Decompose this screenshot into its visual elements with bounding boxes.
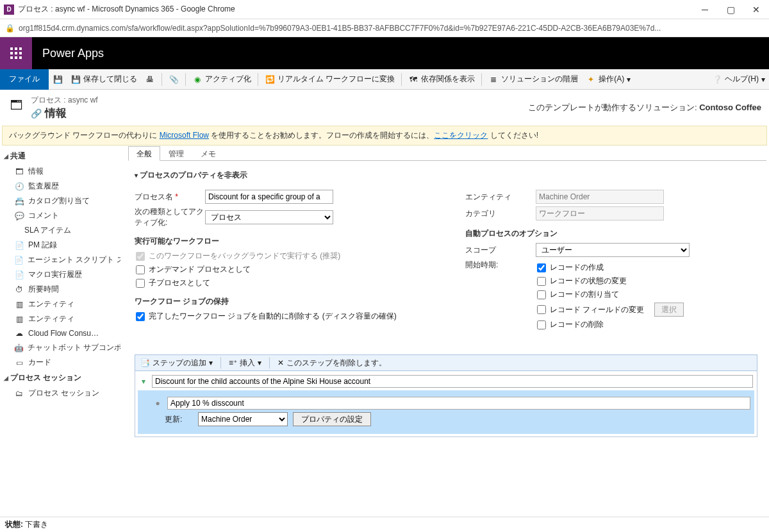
input-category xyxy=(536,206,664,220)
solution-layers-button[interactable]: ≣ソリューションの階層 xyxy=(484,70,582,89)
svg-rect-4 xyxy=(15,52,17,54)
delete-step-button[interactable]: ✕このステップを削除します。 xyxy=(275,358,389,369)
bot-icon: 🤖 xyxy=(14,343,24,353)
entity-icon: ▥ xyxy=(14,299,24,310)
nav-item-time[interactable]: ⏱所要時間 xyxy=(3,282,120,297)
nav-item-macro[interactable]: 📄マクロ実行履歴 xyxy=(3,267,120,282)
nav-item-chatbot[interactable]: 🤖チャットボット サブコンポ… xyxy=(3,340,120,355)
tab-general[interactable]: 全般 xyxy=(128,146,160,161)
nav-section-common[interactable]: 共通 xyxy=(3,148,120,164)
nav-item-card[interactable]: ▭カード xyxy=(3,355,120,370)
info-icon: 🗔 xyxy=(14,167,24,177)
add-step-button[interactable]: 📑ステップの追加 ▾ xyxy=(138,358,215,369)
window-minimize[interactable]: ─ xyxy=(692,0,718,19)
chk-record-status[interactable] xyxy=(537,277,546,286)
svg-rect-5 xyxy=(19,52,22,54)
props-toggle[interactable]: プロセスのプロパティを非表示 xyxy=(135,167,757,183)
record-icon: 📄 xyxy=(14,240,24,251)
tab-notes[interactable]: メモ xyxy=(192,146,224,161)
select-scope[interactable]: ユーザー xyxy=(536,243,690,257)
catalog-icon: 📇 xyxy=(14,196,24,206)
nav-section-sessions[interactable]: プロセス セッション xyxy=(3,370,120,386)
solution-label: このテンプレートが動作するソリューション: Contoso Coffee xyxy=(528,102,761,113)
svg-rect-8 xyxy=(19,56,22,59)
nav-item-sla[interactable]: SLA アイテム xyxy=(3,223,120,238)
input-process-name[interactable] xyxy=(205,190,333,204)
svg-rect-6 xyxy=(10,56,13,59)
window-titlebar: D プロセス : async wf - Microsoft Dynamics 3… xyxy=(0,0,769,19)
save-close-button[interactable]: 💾保存して閉じる xyxy=(67,70,141,89)
ms-flow-link[interactable]: Microsoft Flow xyxy=(160,131,209,140)
nav-item-agent-script[interactable]: 📄エージェント スクリプト ス… xyxy=(3,253,120,267)
hdr-runnable: 実行可能なワークフロー xyxy=(135,236,427,247)
status-bar: 状態: 下書き xyxy=(0,517,769,532)
convert-realtime-button[interactable]: 🔁リアルタイム ワークフローに変換 xyxy=(261,70,399,89)
nav-item-entity1[interactable]: ▥エンティティ xyxy=(3,297,120,312)
chain-icon: 🔗 xyxy=(31,108,42,119)
separator xyxy=(161,73,162,86)
chk-record-delete[interactable] xyxy=(537,320,546,329)
app-launcher[interactable] xyxy=(0,37,32,69)
command-bar: ファイル 💾 💾保存して閉じる 🖶 📎 ◉アクティブ化 🔁リアルタイム ワークフ… xyxy=(0,69,769,90)
show-dependencies-button[interactable]: 🗺依存関係を表示 xyxy=(404,70,479,89)
label-chk-field: レコード フィールドの変更 xyxy=(550,304,644,315)
left-nav: 共通 🗔情報 🕘監査履歴 📇カタログ割り当て 💬コメント SLA アイテム 📄P… xyxy=(0,145,123,516)
stage-collapse-icon[interactable]: ▾ xyxy=(139,377,148,386)
browser-urlbar: 🔒 org1ff815d4.crm.dynamics.com/sfa/workf… xyxy=(0,19,769,37)
window-maximize[interactable]: ▢ xyxy=(718,0,743,19)
chk-record-create[interactable] xyxy=(537,263,546,272)
nav-item-cloudflow[interactable]: ☁Cloud Flow Consu… xyxy=(3,326,120,340)
activate-icon: ◉ xyxy=(192,74,203,85)
delete-icon: ✕ xyxy=(277,358,284,367)
label-chk-create: レコードの作成 xyxy=(550,262,604,273)
actions-menu[interactable]: ✦操作(A) ▾ xyxy=(582,70,634,89)
help-button[interactable]: ❔ヘルプ(H) ▾ xyxy=(708,70,769,89)
separator xyxy=(401,73,402,86)
svg-rect-0 xyxy=(10,47,13,50)
lock-icon: 🔒 xyxy=(5,24,15,33)
actions-icon: ✦ xyxy=(586,74,596,85)
attach-button[interactable]: 📎 xyxy=(165,70,183,89)
svg-rect-3 xyxy=(10,52,13,54)
nav-item-catalog[interactable]: 📇カタログ割り当て xyxy=(3,194,120,208)
stage-name-input[interactable] xyxy=(152,375,753,388)
app-name: Power Apps xyxy=(42,47,104,60)
nav-item-info[interactable]: 🗔情報 xyxy=(3,164,120,179)
card-icon: ▭ xyxy=(14,358,24,368)
step-bullet-icon: ● xyxy=(153,399,162,408)
window-close[interactable]: ✕ xyxy=(743,0,769,19)
chk-retain[interactable] xyxy=(136,312,145,321)
script-icon: 📄 xyxy=(14,255,24,265)
svg-rect-2 xyxy=(19,47,22,50)
chk-ondemand[interactable] xyxy=(136,265,145,274)
print-button[interactable]: 🖶 xyxy=(141,70,159,89)
set-properties-button[interactable]: プロパティの設定 xyxy=(293,412,371,426)
step-description-input[interactable] xyxy=(167,397,750,410)
dependencies-icon: 🗺 xyxy=(408,74,418,85)
chk-record-assign[interactable] xyxy=(537,290,546,299)
page-header: 🗔 プロセス : async wf 🔗 情報 このテンプレートが動作するソリュー… xyxy=(0,90,769,126)
comment-icon: 💬 xyxy=(14,211,24,221)
step-selected[interactable]: ● 更新: Machine Order プロパティの設定 xyxy=(138,390,754,434)
nav-item-entity2[interactable]: ▥エンティティ xyxy=(3,312,120,326)
update-entity-select[interactable]: Machine Order xyxy=(198,412,288,426)
chk-child[interactable] xyxy=(136,279,145,288)
update-label: 更新: xyxy=(165,414,193,425)
chk-record-field[interactable] xyxy=(537,305,546,314)
tab-admin[interactable]: 管理 xyxy=(160,146,192,161)
nav-item-audit[interactable]: 🕘監査履歴 xyxy=(3,179,120,194)
start-flow-link[interactable]: ここをクリック xyxy=(434,131,488,140)
main-scroll[interactable]: プロセスのプロパティを非表示 プロセス名 * 次の種類としてアクティブ化: プロ… xyxy=(126,161,766,516)
label-chk-delete: レコードの削除 xyxy=(550,319,604,330)
select-activate-as[interactable]: プロセス xyxy=(205,210,333,224)
nav-item-sessions[interactable]: 🗂プロセス セッション xyxy=(3,386,120,401)
file-menu[interactable]: ファイル xyxy=(0,69,49,90)
activate-button[interactable]: ◉アクティブ化 xyxy=(188,70,255,89)
insert-icon: ≡⁺ xyxy=(229,358,237,367)
process-icon: 🗔 xyxy=(8,96,26,114)
macro-icon: 📄 xyxy=(14,270,24,280)
insert-step-button[interactable]: ≡⁺挿入 ▾ xyxy=(226,358,264,369)
save-button[interactable]: 💾 xyxy=(49,70,67,89)
nav-item-pm[interactable]: 📄PM 記録 xyxy=(3,238,120,253)
nav-item-comments[interactable]: 💬コメント xyxy=(3,208,120,223)
